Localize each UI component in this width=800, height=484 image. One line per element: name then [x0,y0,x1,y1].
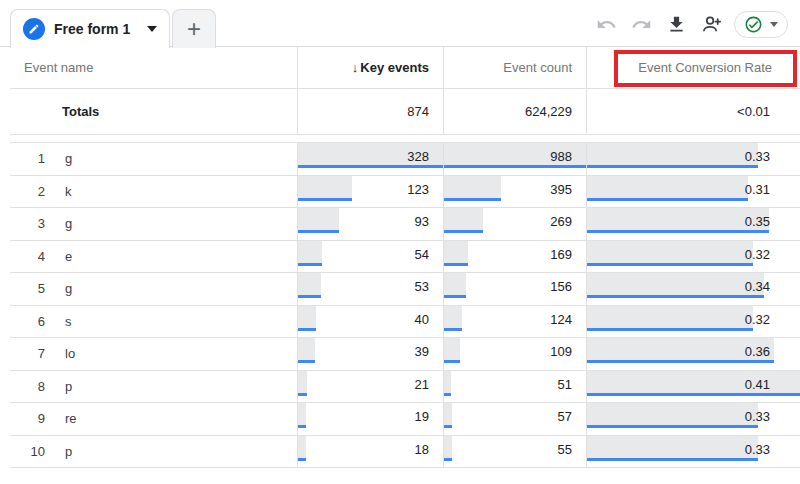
event-name: g [65,281,72,296]
table-row[interactable]: 1 g 328 988 0.33 [10,143,800,176]
key-events-value: 39 [415,338,429,366]
table-header-row: Event name ↓ Key events Event count Even… [10,47,800,89]
column-header-event-name[interactable]: Event name [10,47,298,88]
event-count-value: 55 [558,436,572,464]
key-events-cell: 18 [298,436,444,468]
event-count-bar [444,306,462,331]
key-events-bar [298,436,306,461]
key-events-value: 93 [415,208,429,236]
event-count-bar [444,273,466,298]
event-count-cell: 156 [444,273,587,305]
conversion-rate-cell: 0.32 [587,241,800,273]
event-count-bar [444,436,452,461]
totals-event-count: 624,229 [444,89,587,134]
key-events-cell: 21 [298,371,444,403]
conversion-rate-bar [587,176,748,201]
event-count-value: 988 [550,143,572,171]
conversion-rate-bar [587,241,753,266]
table-row[interactable]: 2 k 123 395 0.31 [10,176,800,209]
table-row[interactable]: 5 g 53 156 0.34 [10,273,800,306]
conversion-rate-value: 0.31 [745,176,770,204]
conversion-rate-cell: 0.31 [587,176,800,208]
table-row[interactable]: 3 g 93 269 0.35 [10,208,800,241]
totals-label: Totals [10,89,298,134]
undo-icon[interactable] [594,12,618,36]
tab-free-form-1[interactable]: Free form 1 [10,9,170,48]
key-events-value: 54 [415,241,429,269]
conversion-rate-bar [587,306,753,331]
row-index: 5 [10,281,45,296]
table-row[interactable]: 7 lo 39 109 0.36 [10,338,800,371]
event-count-value: 57 [558,403,572,431]
key-events-value: 40 [415,306,429,334]
conversion-rate-value: 0.33 [745,436,770,464]
key-events-value: 53 [415,273,429,301]
event-count-cell: 169 [444,241,587,273]
table-row[interactable]: 9 re 19 57 0.33 [10,403,800,436]
event-name-cell: 1 g [10,143,298,175]
event-count-bar [444,208,483,233]
share-person-add-icon[interactable] [699,12,723,36]
sort-descending-icon: ↓ [352,60,359,75]
conversion-rate-cell: 0.32 [587,306,800,338]
event-count-cell: 124 [444,306,587,338]
table-body: 1 g 328 988 0.33 2 k 123 395 [10,142,800,468]
key-events-bar [298,371,307,396]
event-count-value: 169 [550,241,572,269]
check-circle-icon [744,15,763,34]
event-count-value: 395 [550,176,572,204]
conversion-rate-value: 0.33 [745,143,770,171]
key-events-value: 19 [415,403,429,431]
row-index: 2 [10,184,45,199]
event-name-cell: 7 lo [10,338,298,370]
conversion-rate-value: 0.33 [745,403,770,431]
key-events-bar [298,403,306,428]
event-name: p [65,444,72,459]
event-count-cell: 109 [444,338,587,370]
event-name-cell: 2 k [10,176,298,208]
event-count-cell: 395 [444,176,587,208]
plus-icon: + [187,17,201,41]
event-count-bar [444,338,460,363]
event-name: e [65,249,72,264]
event-count-cell: 57 [444,403,587,435]
status-button[interactable] [734,11,788,38]
key-events-cell: 123 [298,176,444,208]
row-index: 9 [10,411,45,426]
download-icon[interactable] [664,12,688,36]
key-events-cell: 328 [298,143,444,175]
conversion-rate-bar [587,208,769,233]
conversion-rate-value: 0.32 [745,241,770,269]
edit-pencil-icon [23,18,45,40]
table-row[interactable]: 6 s 40 124 0.32 [10,306,800,339]
event-name-cell: 8 p [10,371,298,403]
free-form-table: Event name ↓ Key events Event count Even… [10,47,800,468]
row-index: 8 [10,379,45,394]
key-events-value: 21 [415,371,429,399]
key-events-value: 328 [407,143,429,171]
row-index: 1 [10,151,45,166]
event-count-cell: 269 [444,208,587,240]
conversion-rate-cell: 0.33 [587,436,800,468]
conversion-rate-value: 0.36 [745,338,770,366]
table-row[interactable]: 4 e 54 169 0.32 [10,241,800,274]
column-header-key-events[interactable]: ↓ Key events [298,47,444,88]
conversion-rate-cell: 0.33 [587,403,800,435]
row-index: 7 [10,346,45,361]
event-name-cell: 9 re [10,403,298,435]
event-count-value: 51 [558,371,572,399]
column-header-event-count[interactable]: Event count [444,47,587,88]
conversion-rate-cell: 0.36 [587,338,800,370]
key-events-cell: 40 [298,306,444,338]
table-row[interactable]: 8 p 21 51 0.41 [10,371,800,404]
event-count-bar [444,403,452,428]
column-header-conversion-rate[interactable]: Event Conversion Rate [587,47,800,88]
add-tab-button[interactable]: + [172,9,216,48]
event-name: g [65,216,72,231]
event-count-cell: 988 [444,143,587,175]
table-row[interactable]: 10 p 18 55 0.33 [10,436,800,469]
redo-icon[interactable] [629,12,653,36]
event-count-value: 156 [550,273,572,301]
chevron-down-icon[interactable] [147,26,157,32]
event-count-value: 124 [550,306,572,334]
